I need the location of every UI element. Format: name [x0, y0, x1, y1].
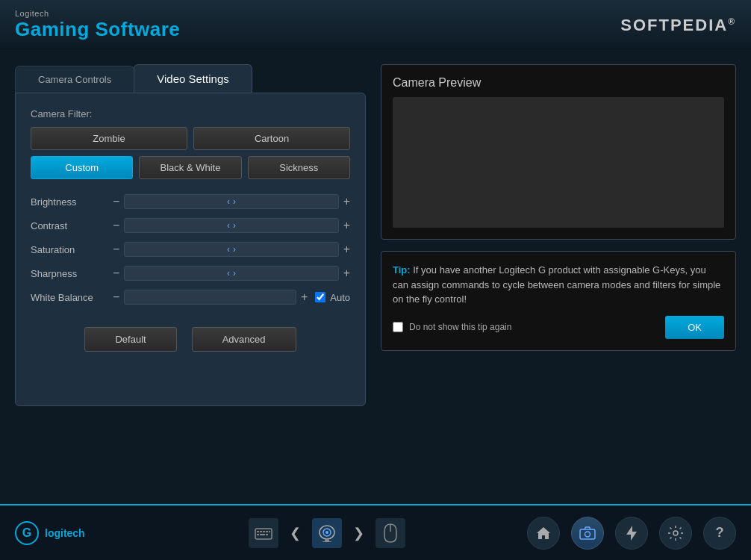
- svg-rect-12: [325, 539, 329, 541]
- footer-logo-text: logitech: [45, 527, 85, 539]
- svg-point-11: [325, 531, 328, 534]
- sharpness-right-arrow[interactable]: ›: [233, 268, 236, 279]
- brightness-plus[interactable]: +: [343, 195, 350, 208]
- contrast-label: Contrast: [31, 220, 113, 231]
- svg-rect-15: [580, 529, 595, 539]
- nav-left-arrow[interactable]: ❮: [290, 525, 301, 541]
- sliders-section: Brightness − ‹ › + Contrast −: [31, 194, 350, 305]
- contrast-track[interactable]: ‹ ›: [124, 218, 338, 233]
- svg-point-16: [585, 532, 590, 537]
- help-button[interactable]: ?: [703, 517, 736, 550]
- saturation-plus[interactable]: +: [343, 243, 350, 256]
- tab-camera-controls[interactable]: Camera Controls: [15, 66, 134, 93]
- white-balance-plus[interactable]: +: [301, 290, 308, 304]
- do-not-show-group: Do not show this tip again: [393, 322, 511, 332]
- sharpness-row: Sharpness − ‹ › +: [31, 266, 350, 281]
- saturation-minus[interactable]: −: [113, 243, 119, 256]
- right-panel: Camera Preview Tip: If you have another …: [381, 64, 736, 482]
- contrast-plus[interactable]: +: [343, 219, 350, 232]
- footer-icons: ?: [527, 517, 736, 550]
- sharpness-minus[interactable]: −: [113, 267, 119, 280]
- webcam-icon[interactable]: [312, 518, 342, 548]
- svg-rect-4: [266, 531, 268, 532]
- filter-black-white[interactable]: Black & White: [139, 156, 241, 179]
- keyboard-icon[interactable]: [249, 518, 278, 548]
- logo-subtitle: Logitech: [15, 9, 180, 18]
- sharpness-left-arrow[interactable]: ‹: [227, 268, 230, 279]
- logo-title: Gaming Software: [15, 18, 180, 41]
- saturation-track[interactable]: ‹ ›: [124, 242, 338, 257]
- saturation-row: Saturation − ‹ › +: [31, 242, 350, 257]
- svg-rect-1: [257, 531, 259, 532]
- white-balance-minus[interactable]: −: [113, 290, 119, 304]
- footer: G logitech ❮: [0, 504, 751, 560]
- contrast-minus[interactable]: −: [113, 219, 119, 232]
- white-balance-row: White Balance − + Auto: [31, 290, 350, 305]
- main-content: Camera Controls Video Settings Camera Fi…: [0, 49, 751, 497]
- svg-rect-6: [257, 534, 259, 535]
- white-balance-auto-checkbox[interactable]: [315, 292, 325, 302]
- filter-sickness[interactable]: Sickness: [248, 156, 350, 179]
- white-balance-auto-group: Auto: [315, 292, 350, 303]
- svg-rect-2: [260, 531, 262, 532]
- sharpness-arrows: ‹ ›: [227, 268, 236, 279]
- svg-rect-5: [269, 531, 270, 532]
- do-not-show-label: Do not show this tip again: [409, 322, 511, 332]
- logitech-g-logo: G: [15, 521, 39, 545]
- mouse-icon[interactable]: [376, 518, 405, 548]
- brightness-label: Brightness: [31, 196, 113, 208]
- camera-preview-box: Camera Preview: [381, 64, 736, 240]
- filter-zombie[interactable]: Zombie: [31, 127, 187, 150]
- saturation-right-arrow[interactable]: ›: [233, 244, 236, 255]
- default-button[interactable]: Default: [84, 327, 176, 352]
- brightness-row: Brightness − ‹ › +: [31, 194, 350, 209]
- contrast-right-arrow[interactable]: ›: [233, 220, 236, 231]
- svg-rect-3: [263, 531, 265, 532]
- svg-rect-7: [260, 534, 265, 535]
- sharpness-label: Sharpness: [31, 268, 113, 279]
- contrast-arrows: ‹ ›: [227, 220, 236, 231]
- camera-preview-screen: [393, 97, 724, 228]
- advanced-button[interactable]: Advanced: [192, 327, 296, 352]
- white-balance-auto-label: Auto: [330, 292, 350, 303]
- tab-container: Camera Controls Video Settings: [15, 64, 366, 93]
- brightness-arrows: ‹ ›: [227, 196, 236, 207]
- filter-cartoon[interactable]: Cartoon: [193, 127, 350, 150]
- white-balance-track[interactable]: [124, 290, 296, 305]
- svg-rect-8: [266, 534, 268, 535]
- tab-video-settings[interactable]: Video Settings: [134, 64, 252, 93]
- camera-preview-title: Camera Preview: [393, 76, 724, 90]
- logo-area: Logitech Gaming Software: [15, 9, 180, 41]
- softpedia-logo: SOFTPEDIA®: [620, 16, 736, 35]
- brightness-track[interactable]: ‹ ›: [124, 194, 338, 209]
- brightness-left-arrow[interactable]: ‹: [227, 196, 230, 207]
- nav-right-arrow[interactable]: ❯: [353, 525, 364, 541]
- camera-button[interactable]: [571, 517, 604, 550]
- saturation-arrows: ‹ ›: [227, 244, 236, 255]
- tip-content: Tip: If you have another Logitech G prod…: [393, 263, 724, 307]
- saturation-label: Saturation: [31, 244, 113, 255]
- tip-label: Tip:: [393, 264, 411, 276]
- lightning-button[interactable]: [615, 517, 648, 550]
- footer-device-nav: ❮ ❯: [127, 518, 527, 548]
- left-panel: Camera Controls Video Settings Camera Fi…: [15, 64, 366, 482]
- header: Logitech Gaming Software SOFTPEDIA®: [0, 0, 751, 49]
- sharpness-track[interactable]: ‹ ›: [124, 266, 338, 281]
- do-not-show-checkbox[interactable]: [393, 322, 403, 332]
- contrast-left-arrow[interactable]: ‹: [227, 220, 230, 231]
- footer-logo: G logitech: [15, 521, 127, 545]
- sharpness-plus[interactable]: +: [343, 267, 350, 280]
- settings-panel: Camera Filter: Zombie Cartoon Custom Bla…: [15, 93, 366, 406]
- svg-rect-13: [322, 541, 331, 542]
- gear-button[interactable]: [659, 517, 692, 550]
- camera-filter-section: Camera Filter: Zombie Cartoon Custom Bla…: [31, 108, 350, 179]
- filter-custom[interactable]: Custom: [31, 156, 133, 179]
- home-button[interactable]: [527, 517, 560, 550]
- brightness-minus[interactable]: −: [113, 195, 119, 208]
- brightness-right-arrow[interactable]: ›: [233, 196, 236, 207]
- ok-button[interactable]: OK: [665, 316, 724, 339]
- camera-filter-label: Camera Filter:: [31, 108, 113, 119]
- svg-point-17: [673, 531, 678, 535]
- filter-buttons-row1: Zombie Cartoon: [31, 127, 350, 150]
- saturation-left-arrow[interactable]: ‹: [227, 244, 230, 255]
